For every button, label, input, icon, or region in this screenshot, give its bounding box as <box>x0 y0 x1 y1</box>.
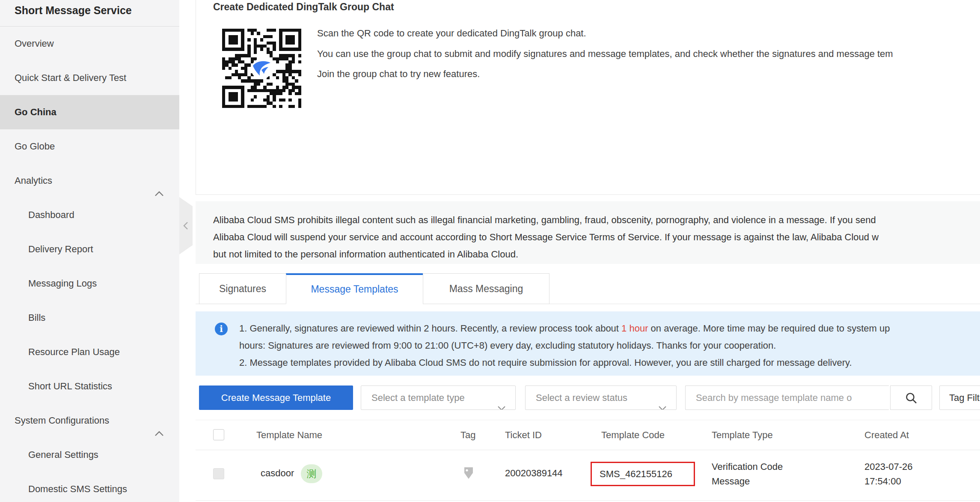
sidebar-item-overview[interactable]: Overview <box>0 27 179 61</box>
policy-line-3: but not limited to the personal informat… <box>213 246 980 263</box>
policy-line-1: Alibaba Cloud SMS prohibits illegal cont… <box>213 212 980 229</box>
sidebar-item-resource-plan-usage[interactable]: Resource Plan Usage <box>0 335 179 369</box>
review-info-banner: i 1. Generally, signatures are reviewed … <box>196 311 980 376</box>
review-status-select[interactable]: Select a review status <box>525 385 677 410</box>
search-icon <box>905 391 918 404</box>
sidebar-item-short-url-statistics[interactable]: Short URL Statistics <box>0 369 179 403</box>
collapse-sidebar-handle[interactable] <box>179 197 193 254</box>
dingtalk-panel-heading: Create Dedicated DingTalk Group Chat <box>213 1 394 13</box>
template-code-annotation-box: SMS_462155126 <box>591 462 695 486</box>
col-header-template-name: Template Name <box>256 420 322 450</box>
tab-signatures[interactable]: Signatures <box>199 273 286 304</box>
chevron-left-icon <box>182 221 189 230</box>
select-all-checkbox[interactable] <box>213 429 224 440</box>
sidebar-item-general-settings[interactable]: General Settings <box>0 438 179 472</box>
template-code-value[interactable]: SMS_462155126 <box>600 469 672 480</box>
template-type-select[interactable]: Select a template type <box>361 385 516 410</box>
sidebar-item-analytics[interactable]: Analytics <box>0 164 179 198</box>
search-input[interactable] <box>685 385 889 410</box>
sidebar-item-bills[interactable]: Bills <box>0 301 179 335</box>
create-message-template-button[interactable]: Create Message Template <box>199 385 353 410</box>
banner-highlight: 1 hour <box>621 323 648 334</box>
row-checkbox[interactable] <box>213 468 224 479</box>
banner-line-1: 1. Generally, signatures are reviewed wi… <box>239 323 890 334</box>
banner-line-2: hours: Signatures are reviewed from 9:00… <box>239 340 776 351</box>
search-button[interactable] <box>890 385 932 410</box>
template-type-value: Verification Code Message <box>712 460 810 489</box>
sidebar-item-go-globe[interactable]: Go Globe <box>0 129 179 164</box>
info-icon: i <box>215 323 228 335</box>
sidebar-item-dashboard[interactable]: Dashboard <box>0 198 179 232</box>
sidebar-item-delivery-report[interactable]: Delivery Report <box>0 232 179 266</box>
chevron-down-icon <box>497 396 506 410</box>
sidebar-item-system-configurations[interactable]: System Configurations <box>0 403 179 438</box>
created-at-value: 2023-07-26 17:54:00 <box>864 460 941 489</box>
col-header-tag: Tag <box>460 420 475 450</box>
sms-console-page: Short Message Service Overview Quick Sta… <box>0 0 980 502</box>
ticket-id-value: 20020389144 <box>505 468 563 479</box>
dingtalk-logo-icon <box>251 59 272 79</box>
dingtalk-qr-code <box>222 29 301 108</box>
dingtalk-line-1: Scan the QR code to create your dedicate… <box>317 28 586 39</box>
col-header-ticket-id: Ticket ID <box>505 420 542 450</box>
sidebar-title: Short Message Service <box>0 0 179 26</box>
sidebar-item-quick-start[interactable]: Quick Start & Delivery Test <box>0 61 179 95</box>
dingtalk-panel: Create Dedicated DingTalk Group Chat Sca… <box>196 0 980 195</box>
banner-line-3: 2. Message templates provided by Alibaba… <box>239 357 852 368</box>
template-name-value[interactable]: casdoor <box>261 468 294 479</box>
table-header-divider <box>196 450 980 450</box>
tab-mass-messaging[interactable]: Mass Messaging <box>423 273 549 304</box>
dingtalk-line-3: Join the group chat to try new features. <box>317 69 480 80</box>
sidebar-item-domestic-sms-settings[interactable]: Domestic SMS Settings <box>0 472 179 502</box>
col-header-template-code: Template Code <box>601 420 665 450</box>
tag-filter-button[interactable]: Tag Filter <box>939 385 980 410</box>
tabs: Signatures Message Templates Mass Messag… <box>199 273 549 304</box>
policy-notice: Alibaba Cloud SMS prohibits illegal cont… <box>196 201 980 264</box>
table-row-border <box>196 500 980 501</box>
sidebar: Short Message Service Overview Quick Sta… <box>0 0 179 502</box>
dingtalk-line-2: You can use the group chat to submit and… <box>317 48 893 60</box>
tab-message-templates[interactable]: Message Templates <box>286 273 423 304</box>
sidebar-item-messaging-logs[interactable]: Messaging Logs <box>0 266 179 301</box>
sidebar-item-go-china[interactable]: Go China <box>0 95 179 129</box>
tag-icon[interactable] <box>463 466 474 482</box>
col-header-created-at: Created At <box>864 420 909 450</box>
policy-line-2: Alibaba Cloud will suspend your service … <box>213 229 980 246</box>
chevron-down-icon <box>658 396 667 410</box>
test-badge: 测 <box>301 464 322 483</box>
col-header-template-type: Template Type <box>712 420 773 450</box>
